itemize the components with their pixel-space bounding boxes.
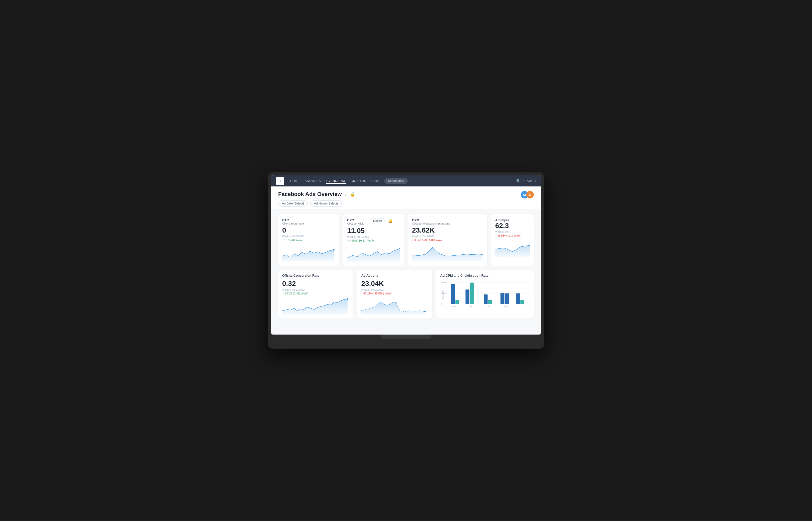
nav-item-data[interactable]: DATA [371, 178, 379, 184]
nav-item-home[interactable]: HOME [290, 178, 300, 184]
cpc-bell-button[interactable]: 🔔 [387, 218, 393, 223]
svg-rect-18 [500, 293, 504, 304]
cpc-header-left: CPC Cost per click [347, 218, 364, 227]
svg-rect-13 [455, 300, 459, 304]
svg-text:400K: 400K [441, 281, 447, 284]
ctr-label: CTR [282, 218, 335, 222]
svg-point-2 [481, 254, 483, 255]
offsite-date: Week of 09/12/2022 [282, 289, 349, 291]
cpc-header: CPC Cost per click Explore 🔔 ··· [347, 218, 400, 227]
svg-text:Aug: Aug [504, 305, 508, 308]
filter-chip-ad-name[interactable]: Ad Name (Select) [310, 201, 342, 206]
svg-text:Jun: Jun [469, 305, 473, 308]
ad-impressions-date: Week of 09/... [495, 230, 530, 233]
ad-actions-date: Week of 09/12/2022 [361, 289, 428, 291]
laptop-stand [381, 335, 431, 339]
avatars-row: M O [521, 191, 534, 199]
svg-rect-14 [466, 290, 469, 304]
search-icon: 🔍 [516, 179, 521, 183]
cpc-trend: ↑ 4.49% (10.57) WoW [347, 239, 400, 242]
svg-text:May: May [451, 305, 456, 308]
ctr-card: CTR Click through rate 0 Week of 09/12/2… [278, 214, 339, 266]
nav-items: HOME ANSWERS LIVEBOARDS MONITOR DATA Sea… [290, 178, 510, 184]
cpm-date: Week of 09/12/2022 [412, 235, 483, 238]
page-header-inner: Facebook Ads Overview ☆ 🔒 Ad Date (Selec… [278, 191, 534, 206]
navbar-right: 🔍 Search [516, 178, 536, 184]
ad-actions-label: Ad Actions [361, 274, 428, 277]
ad-actions-value: 23.04K [361, 280, 428, 288]
svg-text:Total Ad CPM: Total Ad CPM [442, 290, 444, 299]
offsite-conversion-card: Offsite Conversion Rate 0.32 Week of 09/… [278, 270, 353, 318]
svg-point-3 [346, 298, 348, 300]
screen: T HOME ANSWERS LIVEBOARDS MONITOR DATA S… [271, 176, 541, 335]
cpm-card: CPM Cost per thousand impressions 23.62K… [408, 214, 487, 266]
svg-text:0: 0 [441, 303, 442, 305]
search-data-button[interactable]: Search data [384, 178, 408, 184]
ad-actions-sparkline [361, 297, 428, 315]
offsite-value: 0.32 [282, 280, 349, 288]
svg-rect-21 [520, 300, 524, 304]
ad-actions-card: Ad Actions 23.04K Week of 09/12/2022 ↓ 4… [357, 270, 432, 318]
svg-rect-12 [451, 284, 455, 304]
laptop-wrapper: T HOME ANSWERS LIVEBOARDS MONITOR DATA S… [268, 173, 544, 348]
ad-impressions-trend: ↓ 45.96% (1...) WoW [495, 234, 530, 237]
cpm-sublabel: Cost per thousand impressions [412, 222, 483, 225]
navbar: T HOME ANSWERS LIVEBOARDS MONITOR DATA S… [271, 176, 541, 186]
ad-impressions-sparkline [495, 239, 530, 257]
cpc-date: Week of 09/12/2022 [347, 235, 400, 238]
filter-row: Ad Date (Select) Ad Name (Select) [278, 201, 355, 206]
ctr-sublabel: Click through rate [282, 222, 335, 225]
ad-impressions-value: 62.3 [495, 222, 530, 230]
cpc-value: 11.05 [347, 227, 400, 235]
offsite-sparkline [282, 297, 349, 315]
ad-actions-trend: ↓ 40.29% (38.58K) WoW [361, 292, 428, 295]
metrics-row-1: CTR Click through rate 0 Week of 09/12/2… [278, 214, 534, 266]
dashboard: CTR Click through rate 0 Week of 09/12/2… [271, 209, 541, 335]
cpc-explore-button[interactable]: Explore [370, 218, 386, 223]
nav-item-monitor[interactable]: MONITOR [352, 178, 366, 184]
ctr-trend: ↑ 1.8% (0) WoW [282, 239, 335, 242]
cpm-sparkline [412, 244, 483, 261]
nav-item-liveboards[interactable]: LIVEBOARDS [326, 178, 346, 184]
svg-point-0 [333, 249, 335, 251]
svg-rect-19 [505, 293, 509, 304]
page-title-row: Facebook Ads Overview ☆ 🔒 [278, 191, 355, 198]
svg-text:Jul: Jul [486, 305, 490, 308]
ctr-value: 0 [282, 227, 335, 234]
search-label[interactable]: Search [522, 178, 536, 184]
page-header: Facebook Ads Overview ☆ 🔒 Ad Date (Selec… [271, 186, 541, 209]
cpc-actions: Explore 🔔 ··· [370, 218, 400, 223]
svg-rect-16 [484, 294, 488, 304]
cpc-label: CPC [347, 218, 364, 222]
app-logo: T [276, 177, 284, 185]
avatar-o: O [526, 191, 534, 199]
svg-rect-20 [516, 293, 520, 304]
svg-rect-17 [488, 300, 492, 304]
ctr-sparkline [282, 244, 335, 261]
metrics-row-2: Offsite Conversion Rate 0.32 Week of 09/… [278, 270, 534, 318]
cpc-more-button[interactable]: ··· [395, 218, 400, 223]
cpm-value: 23.62K [412, 227, 483, 234]
cpc-sublabel: Cost per click [347, 222, 364, 225]
bar-chart-card: Ad CPM and Clickthrough Rate 400K 200K 0… [436, 270, 534, 318]
header-left: Facebook Ads Overview ☆ 🔒 Ad Date (Selec… [278, 191, 355, 206]
ad-impressions-label: Ad Impre... [495, 218, 530, 222]
ad-impressions-card: Ad Impre... 62.3 Week of 09/... ↓ 45.96%… [491, 214, 534, 266]
offsite-label: Offsite Conversion Rate [282, 274, 349, 277]
cpm-label: CPM [412, 218, 483, 222]
filter-chip-ad-date[interactable]: Ad Date (Select) [278, 201, 308, 206]
cpc-card: CPC Cost per click Explore 🔔 ··· 11.05 W… [343, 214, 404, 266]
nav-item-answers[interactable]: ANSWERS [305, 178, 321, 184]
svg-rect-15 [470, 283, 474, 304]
offsite-trend: ↑ 3.52% (0.31) WoW [282, 292, 349, 295]
bar-chart-area: 400K 200K 0 Total Ad CPM [440, 279, 530, 310]
cpc-sparkline [347, 244, 400, 262]
cpm-trend: ↓ 35.47% (36.61K) WoW [412, 239, 483, 242]
lock-icon[interactable]: 🔒 [351, 192, 355, 197]
svg-point-4 [424, 311, 426, 312]
ctr-date: Week of 09/12/2022 [282, 235, 335, 238]
bar-chart-title: Ad CPM and Clickthrough Rate [440, 274, 530, 277]
favorite-icon[interactable]: ☆ [344, 192, 348, 197]
page-title: Facebook Ads Overview [278, 191, 342, 198]
